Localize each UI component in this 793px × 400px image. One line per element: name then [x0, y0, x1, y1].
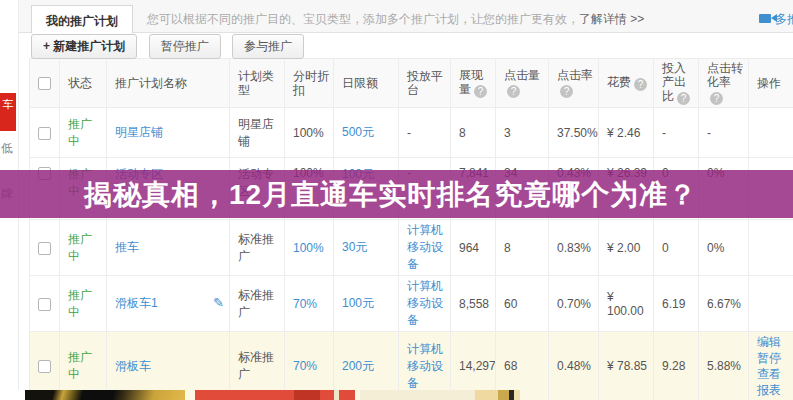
new-campaign-button[interactable]: + 新建推广计划 [31, 34, 137, 59]
edit-icon[interactable]: ✎ [213, 295, 224, 310]
clicks-value: 3 [504, 126, 511, 140]
cost-value: ¥ 2.00 [607, 241, 640, 255]
impressions-value: 14,297 [459, 359, 496, 373]
pause-action-link[interactable]: 暂停 [757, 350, 790, 366]
impressions-value: 964 [459, 241, 479, 255]
campaign-name-link[interactable]: 滑板车 [115, 358, 151, 375]
ctr-value: 0.83% [557, 241, 591, 255]
col-actions: 操作 [749, 59, 793, 108]
daily-limit-link[interactable]: 100元 [342, 295, 374, 312]
tab-my-campaigns[interactable]: 我的推广计划 [31, 5, 133, 34]
col-type: 计划类型 [230, 59, 285, 108]
col-status: 状态 [60, 59, 107, 108]
background-thumbnail [25, 390, 185, 400]
platform-link[interactable]: 计算机 移动设备 [407, 341, 447, 392]
view-report-link[interactable]: 查看报表 [757, 366, 790, 398]
col-name: 推广计划名称 [107, 59, 230, 108]
conversion-value: 6.67% [707, 297, 741, 311]
plan-type: 明星店铺 [238, 117, 274, 148]
col-platform: 投放平台 [399, 59, 451, 108]
tab-hint: 您可以根据不同的推广目的、宝贝类型，添加多个推广计划，让您的推广更有效，了解详情… [147, 11, 644, 28]
status-badge: 推广中 [68, 117, 92, 148]
impressions-value: 8,558 [459, 297, 489, 311]
row-checkbox[interactable] [38, 127, 51, 140]
daily-limit-link[interactable]: 200元 [342, 358, 374, 375]
daily-limit-link[interactable]: 30元 [342, 239, 367, 256]
info-icon[interactable]: ? [474, 85, 487, 98]
learn-more-link[interactable]: 了解详情 >> [579, 12, 644, 26]
table-row: 推广中 明星店铺 明星店铺 100% 500元 - 8 3 37.50% ¥ 2… [30, 108, 793, 158]
conversion-value: - [707, 126, 711, 140]
info-icon[interactable]: ? [710, 92, 723, 105]
daily-limit-link[interactable]: 500元 [342, 124, 374, 141]
row-checkbox[interactable] [38, 298, 51, 311]
clicks-value: 8 [504, 241, 511, 255]
multi-plan-intro-link[interactable]: 多推广计划介绍 [759, 11, 793, 28]
toolbar: + 新建推广计划 暂停推广 参与推广 [19, 33, 793, 58]
campaign-table: 状态 推广计划名称 计划类型 分时折扣 日限额 投放平台 展现量? 点击量? 点… [29, 58, 793, 400]
background-red-badge: 车 [0, 93, 16, 131]
ctr-value: 0.70% [557, 297, 591, 311]
row-checkbox[interactable] [38, 242, 51, 255]
conversion-value: 0% [707, 241, 724, 255]
select-all-checkbox[interactable] [38, 77, 51, 90]
clicks-value: 68 [504, 359, 517, 373]
col-impressions: 展现量? [451, 59, 496, 108]
background-text-fragment: 低 [1, 140, 18, 157]
info-icon[interactable]: ? [677, 92, 690, 105]
plan-type: 标准推广 [238, 350, 274, 381]
col-clicks: 点击量? [496, 59, 549, 108]
status-badge: 推广中 [68, 350, 92, 381]
background-thumbnail [360, 390, 520, 400]
status-badge: 推广中 [68, 288, 92, 319]
col-discount: 分时折扣 [285, 59, 334, 108]
cost-value: ¥ 100.00 [607, 290, 644, 318]
join-campaign-button[interactable]: 参与推广 [232, 34, 304, 59]
campaign-name-link[interactable]: 推车 [115, 239, 139, 256]
col-select [30, 59, 60, 108]
info-icon[interactable]: ? [634, 78, 647, 91]
edit-action-link[interactable]: 编辑 [757, 334, 790, 350]
plan-type: 标准推广 [238, 232, 274, 263]
pause-campaign-button[interactable]: 暂停推广 [149, 34, 221, 59]
conversion-value: 5.88% [707, 359, 741, 373]
roi-value: 6.19 [662, 297, 685, 311]
discount-link[interactable]: 70% [293, 297, 317, 311]
col-ctr: 点击率? [549, 59, 599, 108]
tab-bar: 我的推广计划 您可以根据不同的推广目的、宝贝类型，添加多个推广计划，让您的推广更… [19, 0, 793, 33]
status-badge: 推广中 [68, 232, 92, 263]
row-checkbox[interactable] [38, 360, 51, 373]
overlay-banner: 揭秘真相，12月直通车实时排名究竟哪个为准？ [0, 170, 793, 218]
ctr-value: 0.48% [557, 359, 591, 373]
cost-value: ¥ 78.85 [607, 359, 647, 373]
video-link-label: 多推广计划介绍 [775, 12, 793, 26]
col-conversion: 点击转化率? [699, 59, 749, 108]
platform-link[interactable]: 计算机 移动设备 [407, 222, 447, 273]
col-cost: 花费? [599, 59, 654, 108]
table-row: 推广中 推车 标准推广 100% 30元 计算机 移动设备 964 8 0.83… [30, 220, 793, 276]
discount-value: 100% [293, 126, 324, 140]
campaign-name-link[interactable]: 明星店铺 [115, 124, 163, 141]
discount-link[interactable]: 70% [293, 359, 317, 373]
table-header-row: 状态 推广计划名称 计划类型 分时折扣 日限额 投放平台 展现量? 点击量? 点… [30, 59, 793, 108]
clicks-value: 60 [504, 297, 517, 311]
col-roi: 投入产出比? [654, 59, 699, 108]
campaign-name-link[interactable]: 滑板车1 [115, 295, 158, 312]
discount-link[interactable]: 100% [293, 241, 324, 255]
roi-value: 9.28 [662, 359, 685, 373]
col-limit: 日限额 [334, 59, 399, 108]
roi-value: - [662, 126, 666, 140]
video-camera-icon [759, 14, 771, 23]
platform-link[interactable]: 计算机 移动设备 [407, 278, 447, 329]
cost-value: ¥ 2.46 [607, 126, 640, 140]
impressions-value: 8 [459, 126, 466, 140]
background-thumbnail [195, 390, 355, 400]
info-icon[interactable]: ? [507, 85, 520, 98]
plan-type: 标准推广 [238, 288, 274, 319]
roi-value: 0 [662, 241, 669, 255]
table-row: 推广中 滑板车1✎ 标准推广 70% 100元 计算机 移动设备 8,558 6… [30, 276, 793, 332]
info-icon[interactable]: ? [560, 85, 573, 98]
platform-value: - [407, 126, 411, 140]
ctr-value: 37.50% [557, 126, 598, 140]
hint-text: 您可以根据不同的推广目的、宝贝类型，添加多个推广计划，让您的推广更有效， [147, 12, 579, 26]
